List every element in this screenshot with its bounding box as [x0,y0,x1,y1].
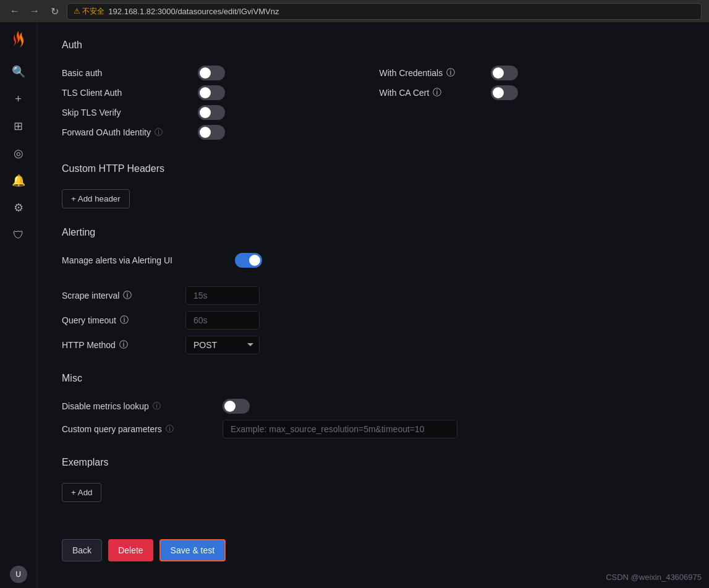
custom-query-params-input[interactable] [223,420,457,438]
auth-left-col: Basic auth TLS Client Auth [62,66,367,145]
manage-alerts-slider[interactable] [235,253,262,268]
misc-section: Misc Disable metrics lookup ⓘ Custom que… [62,373,684,438]
sidebar-item-new[interactable]: + [7,88,30,110]
scrape-interval-info-icon: ⓘ [123,290,132,301]
skip-tls-slider[interactable] [198,105,225,120]
forward-oauth-row: Forward OAuth Identity ⓘ [62,125,367,140]
add-header-button[interactable]: + Add header [62,189,130,208]
sidebar-item-alerting[interactable]: 🔔 [7,169,30,192]
custom-query-info-icon: ⓘ [166,424,174,435]
tls-client-auth-row: TLS Client Auth [62,85,367,100]
sidebar-item-search[interactable]: 🔍 [7,61,30,83]
manage-alerts-row: Manage alerts via Alerting UI [62,253,684,268]
add-exemplar-label: + Add [71,488,92,497]
add-header-label: + Add header [71,194,121,203]
avatar-icon: U [15,570,21,579]
query-timeout-info-icon: ⓘ [120,315,129,326]
tls-client-auth-toggle[interactable] [198,85,225,100]
tls-client-auth-slider[interactable] [198,85,225,100]
disable-metrics-row: Disable metrics lookup ⓘ [62,399,684,414]
forward-nav-button[interactable]: → [27,4,42,19]
http-method-select[interactable]: GET POST [185,336,260,354]
forward-oauth-toggle[interactable] [198,125,225,140]
shield-icon: 🛡 [13,229,24,242]
skip-tls-row: Skip TLS Verify [62,105,367,120]
delete-button[interactable]: Delete [108,539,153,561]
misc-title: Misc [62,373,684,389]
save-test-button[interactable]: Save & test [159,539,226,561]
with-ca-cert-slider[interactable] [491,85,518,100]
with-credentials-slider[interactable] [491,66,518,80]
sidebar-item-shield[interactable]: 🛡 [7,224,30,246]
forward-oauth-info-icon: ⓘ [155,127,163,138]
metrics-section: Scrape interval ⓘ Query timeout ⓘ HTTP M… [62,286,684,354]
forward-oauth-label: Forward OAuth Identity ⓘ [62,127,198,138]
with-credentials-label: With Credentials ⓘ [380,67,491,79]
basic-auth-row: Basic auth [62,66,367,80]
query-timeout-input[interactable] [185,311,260,330]
url-text: 192.168.1.82:3000/datasources/edit/IGviV… [108,7,279,16]
auth-row-basic: Basic auth TLS Client Auth [62,66,684,145]
with-credentials-toggle[interactable] [491,66,518,80]
with-ca-cert-label: With CA Cert ⓘ [380,87,491,98]
http-method-label: HTTP Method ⓘ [62,339,185,351]
with-ca-cert-row: With CA Cert ⓘ [380,85,685,100]
scrape-interval-label: Scrape interval ⓘ [62,290,185,301]
main-content: Auth Basic auth TLS Clie [37,22,709,588]
query-timeout-row: Query timeout ⓘ [62,311,684,330]
sidebar-item-settings[interactable]: ⚙ [7,197,30,219]
add-exemplar-button[interactable]: + Add [62,483,101,502]
footer-actions: Back Delete Save & test [62,527,684,561]
basic-auth-label: Basic auth [62,68,198,78]
skip-tls-toggle[interactable] [198,105,225,120]
back-nav-button[interactable]: ← [7,4,22,19]
with-ca-cert-info-icon: ⓘ [433,87,441,98]
insecure-label: ⚠ 不安全 [74,6,104,17]
watermark: CSDN @weixin_43606975 [606,573,702,582]
basic-auth-toggle[interactable] [198,66,225,80]
http-method-row: HTTP Method ⓘ GET POST [62,336,684,354]
back-button[interactable]: Back [62,539,102,561]
basic-auth-toggle-slider[interactable] [198,66,225,80]
sidebar: 🔍 + ⊞ ◎ 🔔 ⚙ 🛡 U [0,22,37,588]
sidebar-item-dashboards[interactable]: ⊞ [7,115,30,137]
plus-icon: + [15,93,22,106]
custom-query-params-row: Custom query parameters ⓘ [62,420,684,438]
exemplars-section: Exemplars + Add [62,457,684,502]
user-avatar[interactable]: U [10,566,27,583]
query-timeout-label: Query timeout ⓘ [62,315,185,326]
disable-metrics-slider[interactable] [223,399,250,414]
forward-oauth-slider[interactable] [198,125,225,140]
exemplars-title: Exemplars [62,457,684,473]
alerting-title: Alerting [62,227,684,243]
reload-button[interactable]: ↻ [47,4,62,19]
custom-http-headers-title: Custom HTTP Headers [62,163,684,179]
grafana-logo[interactable] [6,27,31,52]
tls-client-auth-label: TLS Client Auth [62,88,198,98]
dashboards-icon: ⊞ [14,119,23,133]
with-credentials-row: With Credentials ⓘ [380,66,685,80]
disable-metrics-info-icon: ⓘ [153,401,161,412]
custom-query-params-label: Custom query parameters ⓘ [62,424,223,435]
gear-icon: ⚙ [14,201,23,215]
disable-metrics-toggle[interactable] [223,399,250,414]
http-method-info-icon: ⓘ [119,339,128,351]
manage-alerts-toggle[interactable] [235,253,262,268]
sidebar-item-explore[interactable]: ◎ [7,142,30,164]
auth-right-col: With Credentials ⓘ With CA Cert ⓘ [367,66,685,145]
explore-icon: ◎ [14,147,23,160]
with-credentials-info-icon: ⓘ [446,67,455,79]
skip-tls-label: Skip TLS Verify [62,108,198,117]
alerting-section: Alerting Manage alerts via Alerting UI [62,227,684,268]
scrape-interval-input[interactable] [185,286,260,305]
custom-http-headers-section: Custom HTTP Headers + Add header [62,163,684,208]
with-ca-cert-toggle[interactable] [491,85,518,100]
scrape-interval-row: Scrape interval ⓘ [62,286,684,305]
search-icon: 🔍 [12,65,25,79]
disable-metrics-label: Disable metrics lookup ⓘ [62,401,223,412]
bell-icon: 🔔 [12,174,25,187]
manage-alerts-label: Manage alerts via Alerting UI [62,255,235,265]
browser-chrome: ← → ↻ ⚠ 不安全 192.168.1.82:3000/datasource… [0,0,709,22]
url-bar[interactable]: ⚠ 不安全 192.168.1.82:3000/datasources/edit… [67,3,702,20]
auth-section-header: Auth [62,40,684,56]
